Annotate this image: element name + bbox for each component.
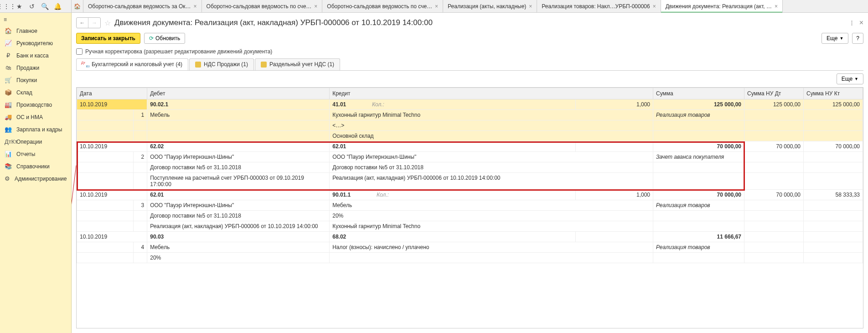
- grid-more-button[interactable]: Еще▼: [837, 73, 863, 84]
- sidebar-item[interactable]: ДтКтОперации: [0, 135, 71, 148]
- sidebar-icon: ДтКт: [5, 138, 12, 145]
- tab-home[interactable]: 🏠: [72, 0, 83, 12]
- tab-close-icon[interactable]: ×: [775, 3, 778, 10]
- subtab[interactable]: Раздельный учет НДС (1): [255, 58, 340, 70]
- sidebar-item[interactable]: 📚Справочники: [0, 160, 71, 172]
- nav-buttons: ← →: [76, 17, 101, 28]
- col-sum[interactable]: Сумма: [653, 88, 744, 99]
- row-header[interactable]: 10.10.201962.0262.0170 000,0070 000,0070…: [77, 141, 863, 152]
- favorite-star-icon[interactable]: ☆: [104, 19, 111, 27]
- tab[interactable]: Оборотно-сальдовая ведомость за Ок…×: [83, 0, 202, 12]
- col-nu-kt[interactable]: Сумма НУ Кт: [804, 88, 863, 99]
- row-detail[interactable]: 3ООО "Пауэр Интернэшнл-Шины"МебельРеализ…: [77, 200, 863, 211]
- row-detail[interactable]: Поступление на расчетный счет УРБП-00000…: [77, 173, 863, 190]
- cell-dr-line: [147, 120, 330, 131]
- col-nu-dt[interactable]: Сумма НУ Дт: [744, 88, 804, 99]
- row-detail[interactable]: 1МебельКухонный гарнитур Minimal TechnoР…: [77, 110, 863, 120]
- tab-close-icon[interactable]: ×: [435, 3, 438, 10]
- sidebar-item[interactable]: ⚙Администрирование: [0, 172, 71, 185]
- row-header[interactable]: 10.10.201962.0190.01.1 Кол.:1,00070 000,…: [77, 190, 863, 200]
- star-icon[interactable]: ★: [16, 3, 23, 10]
- cell-sum: 70 000,00: [653, 190, 744, 200]
- sidebar-item[interactable]: ₽Банк и касса: [0, 49, 71, 62]
- sidebar-label: Главное: [16, 28, 37, 34]
- cell-empty: [77, 131, 134, 141]
- row-detail[interactable]: Договор поставки №5 от 31.10.2018Договор…: [77, 162, 863, 173]
- tab[interactable]: Оборотно-сальдовая ведомость по сче…×: [322, 0, 443, 12]
- sidebar-item[interactable]: 📦Склад: [0, 86, 71, 99]
- sidebar-label: Склад: [16, 89, 32, 96]
- sidebar-item[interactable]: 🛒Покупки: [0, 74, 71, 86]
- sidebar-item[interactable]: 🛍Продажи: [0, 62, 71, 74]
- row-detail[interactable]: Договор поставки №5 от 31.10.201820%: [77, 211, 863, 221]
- col-credit[interactable]: Кредит: [330, 88, 653, 99]
- sidebar-item[interactable]: 📊Отчеты: [0, 148, 71, 160]
- tab[interactable]: Реализация товаров: Накл…УРБП-000006×: [537, 0, 661, 12]
- sidebar-icon: ₽: [5, 52, 12, 59]
- menu-toggle[interactable]: ≡: [0, 15, 71, 25]
- sidebar-label: Администрирование: [15, 176, 67, 182]
- tab[interactable]: Реализация (акты, накладные)×: [443, 0, 537, 12]
- close-icon[interactable]: ×: [859, 19, 863, 27]
- cell-nu-dt: [744, 232, 804, 242]
- sidebar-item[interactable]: 👥Зарплата и кадры: [0, 123, 71, 135]
- search-icon[interactable]: 🔍: [41, 3, 48, 10]
- cell-empty: [77, 221, 134, 232]
- cell-dr-line: [147, 131, 330, 141]
- sidebar-item[interactable]: 📈Руководителю: [0, 37, 71, 49]
- subtab-label: Бухгалтерский и налоговый учет (4): [92, 61, 182, 68]
- grid-toolbar: Еще▼: [76, 71, 863, 87]
- help-button[interactable]: ?: [852, 33, 863, 44]
- cell-dr-acc: 90.02.1: [147, 99, 330, 110]
- refresh-button[interactable]: ⟳Обновить: [144, 33, 185, 44]
- cell-cr-acc: 90.01.1 Кол.:: [330, 190, 576, 200]
- more-button[interactable]: Еще▼: [822, 33, 848, 44]
- save-close-button[interactable]: Записать и закрыть: [76, 33, 140, 44]
- col-debit[interactable]: Дебет: [147, 88, 330, 99]
- cell-comment: [653, 162, 744, 173]
- bell-icon[interactable]: 🔔: [54, 3, 61, 10]
- row-detail[interactable]: Реализация (акт, накладная) УРБП-000006 …: [77, 221, 863, 232]
- cell-empty: [77, 152, 134, 162]
- tab[interactable]: Оборотно-сальдовая ведомость по сче…×: [202, 0, 323, 12]
- cell-date: 10.10.2019: [77, 190, 147, 200]
- row-header[interactable]: 10.10.201990.02.141.01 Кол.:1,000125 000…: [77, 99, 863, 110]
- cell-qty: [576, 141, 653, 152]
- subtab[interactable]: НДС Продажи (1): [189, 58, 254, 70]
- topbar-icons: ⋮⋮⋮ ★ ↺ 🔍 🔔: [0, 0, 72, 12]
- sidebar-item[interactable]: 🏭Производство: [0, 99, 71, 111]
- manual-correction-label: Ручная корректировка (разрешает редактир…: [85, 48, 272, 55]
- row-detail[interactable]: 2ООО "Пауэр Интернэшнл-Шины"ООО "Пауэр И…: [77, 152, 863, 162]
- tab-label: Оборотно-сальдовая ведомость по сче…: [327, 3, 432, 10]
- tab-close-icon[interactable]: ×: [314, 3, 317, 10]
- chevron-down-icon: ▼: [854, 77, 858, 81]
- sidebar-icon: 📈: [5, 40, 12, 47]
- nav-back[interactable]: ←: [77, 18, 88, 28]
- cell-dr-acc: 62.02: [147, 141, 330, 152]
- cell-nu-kt: 58 333,33: [804, 190, 863, 200]
- row-header[interactable]: 10.10.201990.0368.0211 666,67: [77, 232, 863, 242]
- row-detail[interactable]: 4МебельНалог (взносы): начислено / уплач…: [77, 242, 863, 253]
- more-icon[interactable]: ⁝: [851, 19, 853, 27]
- sidebar-item[interactable]: 🏠Главное: [0, 25, 71, 37]
- row-detail[interactable]: Основной склад: [77, 131, 863, 141]
- tab-close-icon[interactable]: ×: [653, 3, 656, 10]
- apps-icon[interactable]: ⋮⋮⋮: [3, 3, 10, 10]
- manual-correction-checkbox[interactable]: [76, 48, 83, 55]
- chevron-down-icon: ▼: [839, 36, 843, 41]
- nav-forward[interactable]: →: [88, 18, 100, 28]
- row-detail[interactable]: 20%: [77, 253, 863, 263]
- subtab[interactable]: Бухгалтерский и налоговый учет (4): [76, 58, 188, 70]
- cell-dr-acc: 90.03: [147, 232, 330, 242]
- history-icon[interactable]: ↺: [28, 3, 36, 10]
- tab-close-icon[interactable]: ×: [194, 3, 197, 10]
- cell-idx: 4: [134, 242, 147, 253]
- tabs-bar: 🏠 Оборотно-сальдовая ведомость за Ок…×Об…: [72, 0, 868, 12]
- tab-close-icon[interactable]: ×: [529, 3, 532, 10]
- sidebar-item[interactable]: 🚚ОС и НМА: [0, 111, 71, 123]
- cell-empty: [744, 242, 804, 253]
- tab[interactable]: Движения документа: Реализация (акт, …×: [661, 0, 783, 12]
- cell-empty: [804, 131, 863, 141]
- col-date[interactable]: Дата: [77, 88, 147, 99]
- row-detail[interactable]: <…>: [77, 120, 863, 131]
